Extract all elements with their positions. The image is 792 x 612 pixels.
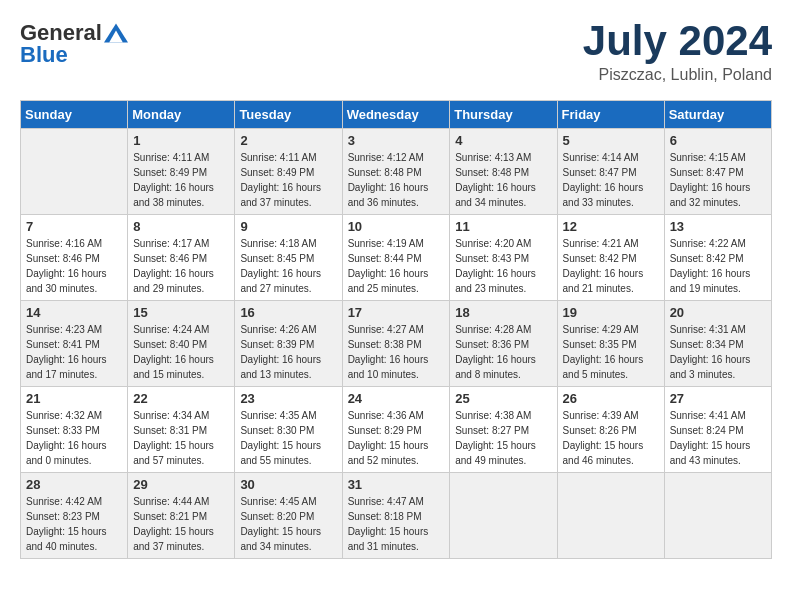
day-number: 13 bbox=[670, 219, 766, 234]
calendar-cell: 18 Sunrise: 4:28 AMSunset: 8:36 PMDaylig… bbox=[450, 301, 557, 387]
day-detail: Sunrise: 4:20 AMSunset: 8:43 PMDaylight:… bbox=[455, 236, 551, 296]
day-detail: Sunrise: 4:24 AMSunset: 8:40 PMDaylight:… bbox=[133, 322, 229, 382]
day-number: 31 bbox=[348, 477, 445, 492]
calendar-cell: 12 Sunrise: 4:21 AMSunset: 8:42 PMDaylig… bbox=[557, 215, 664, 301]
day-number: 3 bbox=[348, 133, 445, 148]
header-thursday: Thursday bbox=[450, 101, 557, 129]
calendar-cell: 11 Sunrise: 4:20 AMSunset: 8:43 PMDaylig… bbox=[450, 215, 557, 301]
day-detail: Sunrise: 4:39 AMSunset: 8:26 PMDaylight:… bbox=[563, 408, 659, 468]
day-number: 11 bbox=[455, 219, 551, 234]
weekday-header-row: Sunday Monday Tuesday Wednesday Thursday… bbox=[21, 101, 772, 129]
day-number: 9 bbox=[240, 219, 336, 234]
day-detail: Sunrise: 4:22 AMSunset: 8:42 PMDaylight:… bbox=[670, 236, 766, 296]
calendar-week-row: 14 Sunrise: 4:23 AMSunset: 8:41 PMDaylig… bbox=[21, 301, 772, 387]
calendar-cell: 16 Sunrise: 4:26 AMSunset: 8:39 PMDaylig… bbox=[235, 301, 342, 387]
day-detail: Sunrise: 4:13 AMSunset: 8:48 PMDaylight:… bbox=[455, 150, 551, 210]
day-number: 29 bbox=[133, 477, 229, 492]
calendar-week-row: 1 Sunrise: 4:11 AMSunset: 8:49 PMDayligh… bbox=[21, 129, 772, 215]
calendar-cell: 1 Sunrise: 4:11 AMSunset: 8:49 PMDayligh… bbox=[128, 129, 235, 215]
day-number: 7 bbox=[26, 219, 122, 234]
calendar-cell: 28 Sunrise: 4:42 AMSunset: 8:23 PMDaylig… bbox=[21, 473, 128, 559]
calendar-week-row: 7 Sunrise: 4:16 AMSunset: 8:46 PMDayligh… bbox=[21, 215, 772, 301]
logo-icon bbox=[104, 23, 128, 43]
day-number: 21 bbox=[26, 391, 122, 406]
day-number: 22 bbox=[133, 391, 229, 406]
header-friday: Friday bbox=[557, 101, 664, 129]
day-number: 19 bbox=[563, 305, 659, 320]
calendar-cell: 7 Sunrise: 4:16 AMSunset: 8:46 PMDayligh… bbox=[21, 215, 128, 301]
day-number: 8 bbox=[133, 219, 229, 234]
calendar-cell: 20 Sunrise: 4:31 AMSunset: 8:34 PMDaylig… bbox=[664, 301, 771, 387]
calendar-cell: 15 Sunrise: 4:24 AMSunset: 8:40 PMDaylig… bbox=[128, 301, 235, 387]
day-detail: Sunrise: 4:17 AMSunset: 8:46 PMDaylight:… bbox=[133, 236, 229, 296]
header-monday: Monday bbox=[128, 101, 235, 129]
day-number: 14 bbox=[26, 305, 122, 320]
calendar-cell: 29 Sunrise: 4:44 AMSunset: 8:21 PMDaylig… bbox=[128, 473, 235, 559]
calendar-cell: 22 Sunrise: 4:34 AMSunset: 8:31 PMDaylig… bbox=[128, 387, 235, 473]
day-detail: Sunrise: 4:12 AMSunset: 8:48 PMDaylight:… bbox=[348, 150, 445, 210]
day-detail: Sunrise: 4:47 AMSunset: 8:18 PMDaylight:… bbox=[348, 494, 445, 554]
header-tuesday: Tuesday bbox=[235, 101, 342, 129]
day-detail: Sunrise: 4:35 AMSunset: 8:30 PMDaylight:… bbox=[240, 408, 336, 468]
calendar-cell: 26 Sunrise: 4:39 AMSunset: 8:26 PMDaylig… bbox=[557, 387, 664, 473]
calendar-cell: 14 Sunrise: 4:23 AMSunset: 8:41 PMDaylig… bbox=[21, 301, 128, 387]
calendar-cell: 10 Sunrise: 4:19 AMSunset: 8:44 PMDaylig… bbox=[342, 215, 450, 301]
calendar-cell: 8 Sunrise: 4:17 AMSunset: 8:46 PMDayligh… bbox=[128, 215, 235, 301]
calendar-cell: 13 Sunrise: 4:22 AMSunset: 8:42 PMDaylig… bbox=[664, 215, 771, 301]
day-detail: Sunrise: 4:45 AMSunset: 8:20 PMDaylight:… bbox=[240, 494, 336, 554]
day-number: 15 bbox=[133, 305, 229, 320]
calendar-cell: 5 Sunrise: 4:14 AMSunset: 8:47 PMDayligh… bbox=[557, 129, 664, 215]
day-detail: Sunrise: 4:18 AMSunset: 8:45 PMDaylight:… bbox=[240, 236, 336, 296]
calendar-cell: 2 Sunrise: 4:11 AMSunset: 8:49 PMDayligh… bbox=[235, 129, 342, 215]
calendar-cell: 19 Sunrise: 4:29 AMSunset: 8:35 PMDaylig… bbox=[557, 301, 664, 387]
calendar-cell: 21 Sunrise: 4:32 AMSunset: 8:33 PMDaylig… bbox=[21, 387, 128, 473]
header-wednesday: Wednesday bbox=[342, 101, 450, 129]
calendar-cell bbox=[21, 129, 128, 215]
day-detail: Sunrise: 4:31 AMSunset: 8:34 PMDaylight:… bbox=[670, 322, 766, 382]
day-number: 27 bbox=[670, 391, 766, 406]
logo-blue-text: Blue bbox=[20, 42, 68, 68]
day-detail: Sunrise: 4:26 AMSunset: 8:39 PMDaylight:… bbox=[240, 322, 336, 382]
day-detail: Sunrise: 4:36 AMSunset: 8:29 PMDaylight:… bbox=[348, 408, 445, 468]
calendar-cell: 17 Sunrise: 4:27 AMSunset: 8:38 PMDaylig… bbox=[342, 301, 450, 387]
page-header: General Blue July 2024 Piszczac, Lublin,… bbox=[20, 20, 772, 84]
calendar-cell: 25 Sunrise: 4:38 AMSunset: 8:27 PMDaylig… bbox=[450, 387, 557, 473]
day-detail: Sunrise: 4:21 AMSunset: 8:42 PMDaylight:… bbox=[563, 236, 659, 296]
day-number: 5 bbox=[563, 133, 659, 148]
calendar-cell: 9 Sunrise: 4:18 AMSunset: 8:45 PMDayligh… bbox=[235, 215, 342, 301]
day-number: 12 bbox=[563, 219, 659, 234]
location: Piszczac, Lublin, Poland bbox=[583, 66, 772, 84]
day-number: 24 bbox=[348, 391, 445, 406]
calendar-cell: 27 Sunrise: 4:41 AMSunset: 8:24 PMDaylig… bbox=[664, 387, 771, 473]
day-detail: Sunrise: 4:19 AMSunset: 8:44 PMDaylight:… bbox=[348, 236, 445, 296]
calendar-cell bbox=[557, 473, 664, 559]
calendar-cell: 31 Sunrise: 4:47 AMSunset: 8:18 PMDaylig… bbox=[342, 473, 450, 559]
day-detail: Sunrise: 4:38 AMSunset: 8:27 PMDaylight:… bbox=[455, 408, 551, 468]
day-detail: Sunrise: 4:23 AMSunset: 8:41 PMDaylight:… bbox=[26, 322, 122, 382]
calendar-cell: 23 Sunrise: 4:35 AMSunset: 8:30 PMDaylig… bbox=[235, 387, 342, 473]
day-detail: Sunrise: 4:42 AMSunset: 8:23 PMDaylight:… bbox=[26, 494, 122, 554]
header-saturday: Saturday bbox=[664, 101, 771, 129]
calendar-cell bbox=[450, 473, 557, 559]
day-number: 26 bbox=[563, 391, 659, 406]
day-detail: Sunrise: 4:16 AMSunset: 8:46 PMDaylight:… bbox=[26, 236, 122, 296]
day-number: 18 bbox=[455, 305, 551, 320]
day-number: 30 bbox=[240, 477, 336, 492]
month-title: July 2024 bbox=[583, 20, 772, 62]
day-number: 16 bbox=[240, 305, 336, 320]
calendar-cell bbox=[664, 473, 771, 559]
day-detail: Sunrise: 4:32 AMSunset: 8:33 PMDaylight:… bbox=[26, 408, 122, 468]
calendar-week-row: 21 Sunrise: 4:32 AMSunset: 8:33 PMDaylig… bbox=[21, 387, 772, 473]
calendar-cell: 24 Sunrise: 4:36 AMSunset: 8:29 PMDaylig… bbox=[342, 387, 450, 473]
day-number: 23 bbox=[240, 391, 336, 406]
day-number: 1 bbox=[133, 133, 229, 148]
day-number: 20 bbox=[670, 305, 766, 320]
header-sunday: Sunday bbox=[21, 101, 128, 129]
day-detail: Sunrise: 4:27 AMSunset: 8:38 PMDaylight:… bbox=[348, 322, 445, 382]
day-number: 6 bbox=[670, 133, 766, 148]
calendar-cell: 3 Sunrise: 4:12 AMSunset: 8:48 PMDayligh… bbox=[342, 129, 450, 215]
calendar-table: Sunday Monday Tuesday Wednesday Thursday… bbox=[20, 100, 772, 559]
day-number: 10 bbox=[348, 219, 445, 234]
calendar-cell: 6 Sunrise: 4:15 AMSunset: 8:47 PMDayligh… bbox=[664, 129, 771, 215]
title-block: July 2024 Piszczac, Lublin, Poland bbox=[583, 20, 772, 84]
